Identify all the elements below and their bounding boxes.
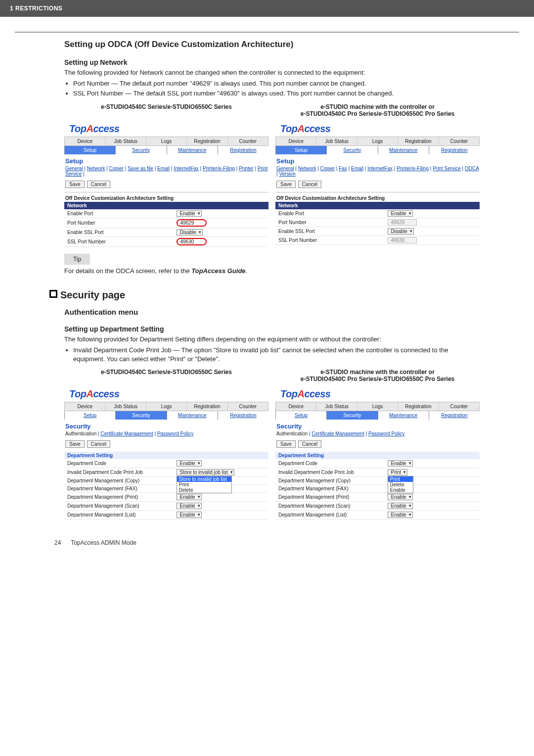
odca-heading: Setting up ODCA (Off Device Customizatio… <box>64 40 480 49</box>
link-password-policy[interactable]: Password Policy <box>157 431 193 436</box>
buttons-row: Save Cancel <box>275 439 480 452</box>
link-fax[interactable]: Fax <box>339 166 347 171</box>
subtab-security[interactable]: Security <box>115 146 166 154</box>
link-odca[interactable]: ODCA <box>465 166 479 171</box>
ssl-port-field[interactable]: 49630 <box>177 238 207 245</box>
dept-print-dropdown[interactable]: Enable <box>388 494 413 500</box>
dept-print-dropdown[interactable]: Enable <box>177 494 202 500</box>
dept-scan-dropdown[interactable]: Enable <box>388 503 413 509</box>
link-internetfax[interactable]: InternetFax <box>367 166 393 171</box>
subtab-security[interactable]: Security <box>326 146 377 154</box>
link-internetfax[interactable]: InternetFax <box>174 166 199 171</box>
opt-store[interactable]: Store to invalid job list <box>177 476 231 482</box>
cancel-button[interactable]: Cancel <box>298 181 321 188</box>
subtab-setup[interactable]: Setup <box>64 411 115 420</box>
tab-device[interactable]: Device <box>65 402 105 411</box>
link-version[interactable]: Version <box>279 171 295 177</box>
link-printer[interactable]: Printer <box>239 166 253 171</box>
enable-port-dropdown[interactable]: Enable <box>177 210 202 217</box>
dept-list-dropdown[interactable]: Enable <box>177 512 202 518</box>
link-password-policy[interactable]: Password Policy <box>368 431 404 436</box>
tab-registration[interactable]: Registration <box>187 402 227 411</box>
link-cert-mgmt[interactable]: Certificate Management <box>101 431 153 436</box>
tab-registration[interactable]: Registration <box>398 137 439 145</box>
subtab-maintenance[interactable]: Maintenance <box>167 411 218 420</box>
tab-device[interactable]: Device <box>276 402 316 411</box>
enable-port-dropdown[interactable]: Enable <box>388 210 413 217</box>
tab-logs[interactable]: Logs <box>146 137 187 145</box>
security-links: Authentication | Certificate Management … <box>64 431 268 439</box>
opt-print[interactable]: Print <box>388 476 413 482</box>
tab-logs[interactable]: Logs <box>357 137 398 145</box>
row-dept-mgmt-copy: Department Management (Copy) <box>275 477 480 485</box>
tab-counter[interactable]: Counter <box>439 402 479 411</box>
invalid-dept-dropdown[interactable]: Store to invalid job list <box>177 469 234 475</box>
save-button[interactable]: Save <box>276 181 296 188</box>
tab-jobstatus[interactable]: Job Status <box>316 402 357 411</box>
tab-counter[interactable]: Counter <box>228 137 268 145</box>
left-col-caption: e-STUDIO4540C Series/e-STUDIO6550C Serie… <box>64 369 268 383</box>
subtab-maintenance[interactable]: Maintenance <box>378 146 429 154</box>
subtab-registration[interactable]: Registration <box>218 146 268 154</box>
tab-counter[interactable]: Counter <box>228 402 268 411</box>
row-dept-mgmt-fax: Department Management (FAX) <box>275 485 480 493</box>
tab-logs[interactable]: Logs <box>357 402 398 411</box>
subtab-registration[interactable]: Registration <box>429 411 480 420</box>
link-printer-efiling[interactable]: Printer/e-Filing <box>397 166 429 171</box>
opt-delete[interactable]: Delete <box>388 482 413 487</box>
link-email[interactable]: Email <box>157 166 170 171</box>
enable-ssl-dropdown[interactable]: Disable <box>388 228 414 235</box>
subtab-registration[interactable]: Registration <box>218 411 268 420</box>
cancel-button[interactable]: Cancel <box>298 440 321 448</box>
tab-jobstatus[interactable]: Job Status <box>105 137 146 145</box>
save-button[interactable]: Save <box>276 440 296 448</box>
invalid-dept-dropdown-list: Print Delete Enable <box>388 476 413 493</box>
subtab-setup[interactable]: Setup <box>64 146 115 154</box>
topaccess-logo: TopAccess <box>275 121 480 137</box>
row-ssl-port-number: SSL Port Number 49630 <box>64 237 268 247</box>
link-network[interactable]: Network <box>298 166 316 171</box>
cancel-button[interactable]: Cancel <box>87 440 110 448</box>
subtab-maintenance[interactable]: Maintenance <box>378 411 429 420</box>
save-button[interactable]: Save <box>65 440 85 448</box>
dept-list-dropdown[interactable]: Enable <box>388 512 413 518</box>
tab-jobstatus[interactable]: Job Status <box>316 137 357 145</box>
dept-code-dropdown[interactable]: Enable <box>388 460 413 467</box>
port-number-readonly: 49629 <box>388 219 417 226</box>
dept-scan-dropdown[interactable]: Enable <box>177 503 202 509</box>
link-printer-efiling[interactable]: Printer/e-Filing <box>203 166 235 171</box>
tab-logs[interactable]: Logs <box>146 402 187 411</box>
tab-device[interactable]: Device <box>65 137 105 145</box>
link-email[interactable]: Email <box>351 166 363 171</box>
link-general[interactable]: General <box>276 166 294 171</box>
tab-registration[interactable]: Registration <box>187 137 227 145</box>
odca-bullet-port: Port Number — The default port number "4… <box>73 79 480 88</box>
link-cert-mgmt[interactable]: Certificate Management <box>312 431 364 436</box>
link-saveasfile[interactable]: Save as file <box>128 166 153 171</box>
invalid-dept-dropdown[interactable]: Print <box>388 469 408 475</box>
dept-code-dropdown[interactable]: Enable <box>177 460 202 467</box>
link-network[interactable]: Network <box>87 166 105 171</box>
opt-delete[interactable]: Delete <box>177 487 231 493</box>
port-number-field[interactable]: 49629 <box>177 219 207 227</box>
link-copier[interactable]: Copier <box>109 166 124 171</box>
tab-device[interactable]: Device <box>276 137 316 145</box>
link-printservice[interactable]: Print Service <box>433 166 461 171</box>
subtab-setup[interactable]: Setup <box>275 411 326 420</box>
tab-registration[interactable]: Registration <box>398 402 439 411</box>
sec-bullet-1: Invalid Department Code Print Job — The … <box>73 346 480 364</box>
link-copier[interactable]: Copier <box>320 166 335 171</box>
save-button[interactable]: Save <box>65 181 85 188</box>
subtab-security[interactable]: Security <box>326 411 377 420</box>
opt-enable[interactable]: Enable <box>388 487 413 493</box>
link-general[interactable]: General <box>65 166 83 171</box>
tab-jobstatus[interactable]: Job Status <box>105 402 146 411</box>
subtab-registration[interactable]: Registration <box>429 146 480 154</box>
subtab-security[interactable]: Security <box>115 411 166 420</box>
subtab-setup[interactable]: Setup <box>275 146 326 154</box>
subtab-maintenance[interactable]: Maintenance <box>167 146 218 154</box>
enable-ssl-dropdown[interactable]: Disable <box>177 229 203 236</box>
tab-counter[interactable]: Counter <box>439 137 479 145</box>
opt-print[interactable]: Print <box>177 482 231 487</box>
cancel-button[interactable]: Cancel <box>87 181 110 188</box>
